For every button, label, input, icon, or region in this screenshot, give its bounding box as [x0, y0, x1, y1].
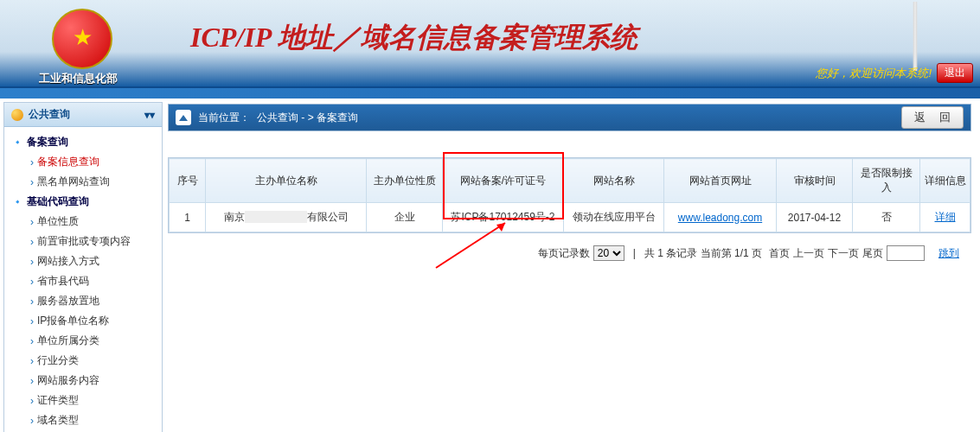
sidebar-item-label: 单位所属分类	[37, 334, 99, 348]
sidebar-item-label: 单位性质	[37, 214, 79, 229]
pager-next[interactable]: 下一页	[828, 246, 859, 261]
pager-page-input[interactable]	[887, 245, 925, 261]
pager-summary: 共 1 条记录 当前第 1/1 页	[644, 246, 762, 261]
sidebar-item-beian-info[interactable]: › 备案信息查询	[8, 152, 158, 172]
sidebar-item[interactable]: ›单位性质	[8, 212, 158, 232]
cell-seq: 1	[170, 203, 206, 232]
arrow-icon: ›	[30, 156, 34, 168]
sun-icon	[11, 109, 23, 121]
result-table: 序号 主办单位名称 主办单位性质 网站备案/许可证号 网站名称 网站首页网址 审…	[169, 158, 970, 232]
arrow-icon: ›	[30, 395, 34, 407]
sidebar-item-label: 网站接入方式	[37, 254, 99, 269]
header: 工业和信息化部 ICP/IP 地址／域名信息备案管理系统 您好，欢迎访问本系统!…	[0, 0, 980, 88]
group-label: 备案查询	[27, 135, 68, 149]
sub-nav	[0, 88, 980, 98]
bullet-icon: 🔹	[11, 137, 23, 149]
sidebar-item-blacklist[interactable]: › 黑名单网站查询	[8, 172, 158, 192]
pager: 每页记录数 20 | 共 1 条记录 当前第 1/1 页 首页 上一页 下一页 …	[168, 237, 971, 270]
sidebar-item-label: 服务器放置地	[37, 294, 99, 308]
back-button[interactable]: 返 回	[901, 106, 964, 129]
homepage-link[interactable]: www.leadong.com	[678, 212, 762, 224]
arrow-icon: ›	[30, 415, 34, 427]
home-icon[interactable]	[176, 110, 191, 125]
th-sponsor: 主办单位名称	[206, 159, 367, 203]
sidebar-item-label: IP报备单位名称	[37, 314, 109, 328]
sidebar-item-label: 备案信息查询	[37, 155, 99, 169]
table-header-row: 序号 主办单位名称 主办单位性质 网站备案/许可证号 网站名称 网站首页网址 审…	[170, 159, 970, 203]
sidebar-item[interactable]: ›域名类型	[8, 410, 158, 430]
sidebar-item[interactable]: ›行业分类	[8, 351, 158, 371]
breadcrumb-path: 公共查询 - > 备案查询	[257, 111, 358, 125]
arrow-icon: ›	[30, 236, 34, 248]
sidebar-tree: 🔹 备案查询 › 备案信息查询 › 黑名单网站查询 🔹 基础代码查询 ›单位性质…	[4, 127, 162, 432]
sidebar-head[interactable]: 公共查询 ▾▾	[4, 103, 162, 127]
arrow-icon: ›	[30, 335, 34, 347]
sidebar-item[interactable]: ›IP报备单位名称	[8, 311, 158, 331]
arrow-icon: ›	[30, 315, 34, 327]
chevron-down-icon: ▾▾	[144, 109, 155, 121]
sidebar-item-label: 证件类型	[37, 393, 79, 408]
sidebar-item[interactable]: ›网站服务内容	[8, 371, 158, 391]
sidebar-item-label: 前置审批或专项内容	[37, 234, 131, 249]
sidebar-item[interactable]: ›单位所属分类	[8, 331, 158, 351]
welcome-bar: 您好，欢迎访问本系统! 退出	[816, 63, 973, 83]
table-row: 1 南京 有限公司 企业 苏ICP备17012459号-2 领动在线应用平台 w…	[170, 203, 970, 232]
pager-last[interactable]: 尾页	[862, 246, 883, 261]
pager-first[interactable]: 首页	[769, 246, 790, 261]
org-name: 工业和信息化部	[39, 71, 118, 86]
group-label: 基础代码查询	[27, 194, 89, 209]
arrow-icon: ›	[30, 295, 34, 308]
sidebar-item[interactable]: ›省市县代码	[8, 271, 158, 291]
pager-perpage-label: 每页记录数	[538, 246, 590, 261]
national-emblem-icon	[52, 9, 112, 69]
cell-detail: 详细	[920, 203, 970, 232]
breadcrumb: 当前位置： 公共查询 - > 备案查询 返 回	[168, 104, 971, 131]
sidebar-item[interactable]: ›证件类型	[8, 391, 158, 410]
cell-sitename: 领动在线应用平台	[564, 203, 664, 232]
cell-audit: 2017-04-12	[777, 203, 853, 232]
th-audit: 审核时间	[777, 159, 853, 203]
arrow-icon: ›	[30, 176, 34, 188]
sidebar-item[interactable]: ›前置审批或专项内容	[8, 232, 158, 251]
arrow-icon: ›	[30, 216, 34, 228]
arrow-icon: ›	[30, 256, 34, 268]
sidebar-item-label: 黑名单网站查询	[37, 175, 110, 189]
cell-nature: 企业	[367, 203, 443, 232]
sidebar-item-label: 省市县代码	[37, 274, 89, 289]
sidebar: 公共查询 ▾▾ 🔹 备案查询 › 备案信息查询 › 黑名单网站查询 🔹 基础代码…	[3, 102, 163, 432]
th-homepage: 网站首页网址	[664, 159, 777, 203]
th-seq: 序号	[170, 159, 206, 203]
sidebar-item-label: 域名类型	[37, 413, 79, 428]
sidebar-group-basic-code[interactable]: 🔹 基础代码查询	[8, 192, 158, 212]
huabiao-pillar-icon	[902, 2, 928, 71]
cell-license: 苏ICP备17012459号-2	[443, 203, 564, 232]
cell-homepage: www.leadong.com	[664, 203, 777, 232]
th-sitename: 网站名称	[564, 159, 664, 203]
th-nature: 主办单位性质	[367, 159, 443, 203]
arrow-icon: ›	[30, 355, 34, 367]
main: 当前位置： 公共查询 - > 备案查询 返 回 序号 主办单位名称 主办单位性质…	[163, 98, 980, 275]
th-license: 网站备案/许可证号	[443, 159, 564, 203]
pager-goto-link[interactable]: 跳到	[938, 246, 959, 261]
breadcrumb-prefix: 当前位置：	[198, 111, 250, 125]
cell-restricted: 否	[853, 203, 920, 232]
result-panel: 序号 主办单位名称 主办单位性质 网站备案/许可证号 网站名称 网站首页网址 审…	[168, 157, 971, 233]
cell-sponsor: 南京 有限公司	[206, 203, 367, 232]
pager-perpage-select[interactable]: 20	[593, 245, 625, 261]
logout-button[interactable]: 退出	[937, 63, 973, 83]
bullet-icon: 🔹	[11, 196, 23, 208]
sidebar-group-beian[interactable]: 🔹 备案查询	[8, 132, 158, 152]
site-title: ICP/IP 地址／域名信息备案管理系统	[190, 19, 637, 57]
welcome-text: 您好，欢迎访问本系统!	[816, 66, 932, 81]
sidebar-item-label: 网站服务内容	[37, 373, 99, 388]
pager-prev[interactable]: 上一页	[793, 246, 824, 261]
th-restricted: 是否限制接入	[853, 159, 920, 203]
redacted-text	[245, 211, 307, 223]
arrow-icon: ›	[30, 375, 34, 387]
th-detail: 详细信息	[920, 159, 970, 203]
sidebar-item[interactable]: ›服务器放置地	[8, 291, 158, 311]
detail-link[interactable]: 详细	[935, 211, 956, 223]
sidebar-item[interactable]: ›网站接入方式	[8, 251, 158, 271]
sidebar-title: 公共查询	[29, 107, 70, 122]
sidebar-item-label: 行业分类	[37, 353, 79, 368]
